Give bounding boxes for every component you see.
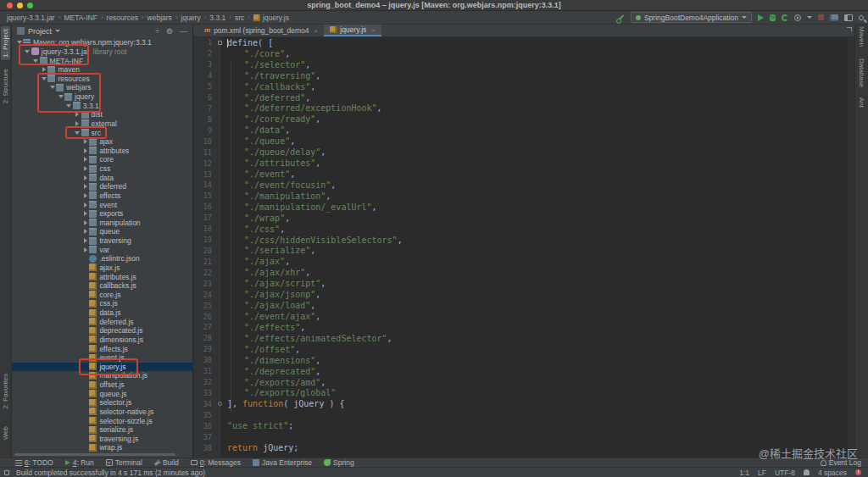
chevron-right-icon[interactable] [81,229,89,234]
tree-row[interactable]: Maven: org.webjars.npm:jquery:3.3.1 [12,38,192,47]
caret-position-widget[interactable]: 1:1 [739,469,749,477]
tree-row[interactable]: resources [12,75,192,84]
stop-button[interactable] [818,14,824,20]
chevron-down-icon[interactable] [48,86,56,89]
chevron-right-icon[interactable] [81,238,89,243]
tree-row[interactable]: jquery [12,92,192,102]
toolwindow-button-spring[interactable]: Spring [324,458,354,467]
sidebar-item-web[interactable]: Web [0,426,11,440]
breadcrumb-item[interactable]: resources [107,14,138,22]
close-icon[interactable]: × [314,27,319,35]
tree-row[interactable]: deferred.js [12,317,192,326]
chevron-down-icon[interactable] [15,41,23,44]
chevron-down-icon[interactable] [24,50,31,53]
chevron-right-icon[interactable] [74,112,81,117]
tree-row[interactable]: event.js [12,353,192,363]
tree-row[interactable]: webjars [12,83,192,92]
tree-row[interactable]: 3.3.1 [12,101,192,110]
inspections-indicator-icon[interactable] [847,27,852,31]
chevron-right-icon[interactable] [81,220,89,225]
project-panel-title[interactable]: Project [28,27,52,36]
fold-marker-icon[interactable] [212,402,227,406]
chevron-right-icon[interactable] [81,148,89,153]
line-ending-widget[interactable]: LF [758,469,766,477]
hide-panel-icon[interactable]: — [180,27,187,36]
coverage-button[interactable] [782,14,788,21]
tree-row[interactable]: selector.js [12,398,192,408]
breadcrumb-item[interactable]: jquery.js [253,14,289,22]
tree-row[interactable]: css.js [12,299,192,308]
tree-row[interactable]: core [12,155,192,164]
chevron-right-icon[interactable] [81,157,89,162]
profiler-button[interactable] [794,14,801,21]
tree-row[interactable]: core.js [12,291,192,300]
sidebar-item-favorites[interactable]: 2: Favorites [0,374,11,409]
toolwindow-button-messages[interactable]: 0: Messages [191,458,241,467]
toolwindow-button-build[interactable]: Build [154,458,179,467]
toolwindow-button-terminal[interactable]: Terminal [106,458,142,467]
tree-row[interactable]: maven [12,65,192,75]
tree-row[interactable]: exports [12,209,192,219]
sidebar-item-maven[interactable]: Maven [855,26,868,47]
breadcrumb-item[interactable]: webjars [147,14,172,22]
chevron-down-icon[interactable] [65,104,73,108]
tree-row[interactable]: data.js [12,308,192,318]
sidebar-item-structure[interactable]: 2: Structure [0,69,11,103]
code-editor[interactable]: 1define( [2"./core",3"./selector",4"./tr… [193,37,854,458]
tool-window-switcher-icon[interactable] [4,470,9,475]
sidebar-item-ant[interactable]: Ant [855,97,868,108]
tree-row[interactable]: META-INF [12,56,192,65]
tree-row[interactable]: data [12,173,192,182]
tree-row[interactable]: serialize.js [12,425,192,435]
run-configuration-select[interactable]: SpringBootDemo4Application [631,12,752,23]
editor-tab-jquery-js[interactable]: jquery.js× [324,25,381,36]
chevron-down-icon[interactable] [57,95,64,98]
chevron-down-icon[interactable] [55,30,60,32]
chevron-right-icon[interactable] [81,166,89,171]
toolwindow-button-todo[interactable]: 6: TODO [15,458,53,467]
tree-row[interactable]: deprecated.js [12,326,192,336]
chevron-right-icon[interactable] [81,184,89,189]
tree-row[interactable]: traversing [12,236,192,246]
tree-row[interactable]: selector-sizzle.js [12,416,192,425]
settings-gear-icon[interactable]: ⚙ [166,27,173,36]
chevron-right-icon[interactable] [81,175,89,180]
tree-row[interactable]: jquery.js [12,363,192,372]
chevron-right-icon[interactable] [40,67,47,72]
indent-widget[interactable]: 4 spaces [818,469,847,477]
tree-row[interactable]: deferred [12,182,192,191]
tree-row[interactable]: offset.js [12,380,192,390]
chevron-down-icon[interactable] [32,59,40,63]
tree-row[interactable]: dist [12,110,192,119]
tree-row[interactable]: var [12,245,192,254]
tree-row[interactable]: queue.js [12,389,192,398]
tree-row[interactable]: manipulation.js [12,371,192,380]
encoding-widget[interactable]: UTF-8 [775,469,795,477]
chevron-down-icon[interactable] [74,131,81,135]
breadcrumb-item[interactable]: jquery [181,14,201,22]
tree-row[interactable]: effects.js [12,344,192,353]
tree-row[interactable]: ajax [12,137,192,147]
chevron-right-icon[interactable] [74,121,81,126]
breadcrumb-item[interactable]: jquery-3.3.1.jar [7,14,55,22]
locate-file-icon[interactable]: ÷ [155,27,159,36]
tree-row[interactable]: traversing.js [12,435,192,444]
tree-horizontal-scrollbar[interactable] [14,453,175,456]
tree-row[interactable]: dimensions.js [12,336,192,345]
layout-icon[interactable] [844,14,853,21]
close-icon[interactable]: × [371,26,376,34]
tree-row[interactable]: queue [12,227,192,236]
tree-row[interactable]: attributes.js [12,272,192,281]
editor-tab-pom-xml--spring-boot-demo4[interactable]: mpom.xml (spring_boot_demo4× [198,25,324,36]
tool-windows-icon[interactable] [830,14,838,21]
tree-row[interactable]: wrap.js [12,443,192,452]
fatal-error-icon[interactable]: ! [855,469,861,475]
tree-row[interactable]: .eslintrc.json [12,254,192,263]
inspection-profile-icon[interactable] [804,469,810,475]
wrench-icon[interactable] [618,14,625,21]
tree-row[interactable]: css [12,164,192,174]
tree-row[interactable]: src [12,128,192,137]
tree-row[interactable]: selector-native.js [12,408,192,417]
tree-row[interactable]: ajax.js [12,263,192,273]
chevron-right-icon[interactable] [81,211,89,216]
